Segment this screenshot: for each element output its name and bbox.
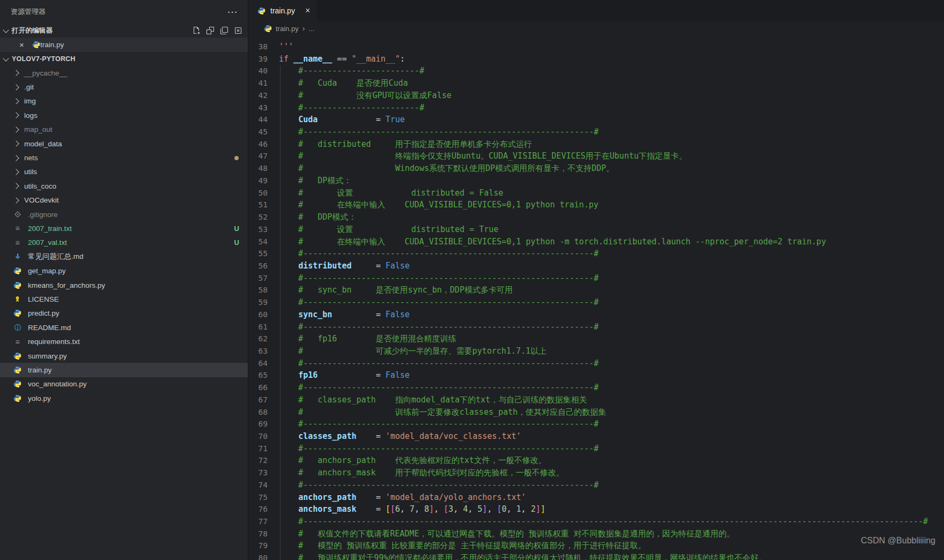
code-line-54[interactable]: 54 # 在终端中输入 CUDA_VISIBLE_DEVICES=0,1 pyt… — [248, 236, 944, 248]
code-line-66[interactable]: 66 #------------------------------------… — [248, 382, 944, 394]
code-line-47[interactable]: 47 # 终端指令仅支持Ubuntu。CUDA_VISIBLE_DEVICES用… — [248, 150, 944, 162]
folder-item-utils-coco[interactable]: utils_coco — [0, 179, 248, 193]
code-line-51[interactable]: 51 # 在终端中输入 CUDA_VISIBLE_DEVICES=0,1 pyt… — [248, 199, 944, 211]
code-line-79[interactable]: 79 # 模型的 预训练权重 比较重要的部分是 主干特征提取网络的权值部分，用于… — [248, 540, 944, 552]
line-number: 39 — [248, 53, 279, 65]
new-untitled-file-icon[interactable] — [192, 26, 201, 35]
line-number: 38 — [248, 41, 279, 53]
code-line-74[interactable]: 74 #------------------------------------… — [248, 479, 944, 491]
code-line-56[interactable]: 56 distributed = False — [248, 260, 944, 272]
code-line-62[interactable]: 62 # fp16 是否使用混合精度训练 — [248, 333, 944, 345]
item-label: get_map.py — [28, 267, 66, 275]
file-item-kmeans-for-anchors-py[interactable]: kmeans_for_anchors.py — [0, 278, 248, 292]
file-item-summary-py[interactable]: summary.py — [0, 349, 248, 363]
code-line-61[interactable]: 61 #------------------------------------… — [248, 321, 944, 333]
folder-item-logs[interactable]: logs — [0, 108, 248, 122]
code-line-43[interactable]: 43 #------------------------# — [248, 102, 944, 114]
code-text: # 训练前一定要修改classes_path，使其对应自己的数据集 — [279, 406, 606, 419]
code-line-53[interactable]: 53 # 设置 distributed = True — [248, 223, 944, 236]
code-line-69[interactable]: 69 #------------------------------------… — [248, 418, 944, 430]
code-line-39[interactable]: 39if __name__ == "__main__": — [248, 53, 944, 65]
item-label: train.py — [28, 366, 51, 374]
close-all-editors-icon[interactable] — [234, 26, 242, 35]
breadcrumb-file[interactable]: train.py — [276, 25, 299, 33]
code-line-41[interactable]: 41 # Cuda 是否使用Cuda — [248, 77, 944, 89]
code-line-76[interactable]: 76 anchors_mask = [[6, 7, 8], [3, 4, 5],… — [248, 503, 944, 516]
readme-info-icon — [13, 324, 22, 331]
code-line-78[interactable]: 78 # 权值文件的下载请看README，可以通过网盘下载。模型的 预训练权重 … — [248, 528, 944, 540]
code-line-38[interactable]: 38''' — [248, 41, 944, 53]
code-line-52[interactable]: 52 # DDP模式： — [248, 211, 944, 223]
code-line-64[interactable]: 64 #------------------------------------… — [248, 357, 944, 370]
code-line-44[interactable]: 44 Cuda = True — [248, 114, 944, 126]
code-line-59[interactable]: 59 #------------------------------------… — [248, 296, 944, 309]
code-line-68[interactable]: 68 # 训练前一定要修改classes_path，使其对应自己的数据集 — [248, 406, 944, 419]
code-line-73[interactable]: 73 # anchors_mask 用于帮助代码找到对应的先验框，一般不修改。 — [248, 467, 944, 479]
code-text: # classes_path 指向model_data下的txt，与自己训练的数… — [279, 394, 592, 406]
item-label: voc_annotation.py — [28, 380, 87, 388]
folder-item-nets[interactable]: nets — [0, 151, 248, 165]
code-text: #---------------------------------------… — [279, 248, 599, 260]
code-line-48[interactable]: 48 # Windows系统下默认使用DP模式调用所有显卡，不支持DDP。 — [248, 162, 944, 175]
code-line-57[interactable]: 57 #------------------------------------… — [248, 272, 944, 285]
code-line-67[interactable]: 67 # classes_path 指向model_data下的txt，与自己训… — [248, 394, 944, 406]
breadcrumb[interactable]: train.py › ... — [248, 21, 944, 35]
file-item-yolo-py[interactable]: yolo.py — [0, 391, 248, 405]
file-item-voc-annotation-py[interactable]: voc_annotation.py — [0, 377, 248, 391]
file-item-train-py[interactable]: train.py — [0, 363, 248, 377]
code-line-50[interactable]: 50 # 设置 distributed = False — [248, 187, 944, 199]
save-all-icon[interactable] — [220, 26, 228, 35]
code-editor[interactable]: 38'''39if __name__ == "__main__":40 #---… — [248, 35, 944, 560]
folder-item-git[interactable]: .git — [0, 80, 248, 94]
close-icon[interactable]: × — [305, 6, 310, 16]
code-line-60[interactable]: 60 sync_bn = False — [248, 309, 944, 321]
code-line-71[interactable]: 71 #------------------------------------… — [248, 443, 944, 455]
python-icon — [13, 267, 22, 275]
file-item-readme-md[interactable]: README.md — [0, 320, 248, 334]
code-line-70[interactable]: 70 classes_path = 'model_data/voc_classe… — [248, 430, 944, 443]
more-actions-icon[interactable]: ··· — [228, 8, 239, 17]
code-line-63[interactable]: 63 # 可减少约一半的显存、需要pytorch1.7.1以上 — [248, 345, 944, 357]
line-number: 68 — [248, 406, 279, 419]
item-label: __pycache__ — [24, 69, 67, 77]
folder-item-pycache[interactable]: __pycache__ — [0, 66, 248, 80]
code-line-65[interactable]: 65 fp16 = False — [248, 369, 944, 382]
code-line-45[interactable]: 45 #------------------------------------… — [248, 126, 944, 138]
file-item-2007-val-txt[interactable]: ≡2007_val.txtU — [0, 236, 248, 250]
tab-train-py[interactable]: train.py × — [248, 0, 318, 21]
file-item-2007-train-txt[interactable]: ≡2007_train.txtU — [0, 221, 248, 235]
file-item-gitignore[interactable]: .gitignore — [0, 207, 248, 221]
python-icon — [13, 366, 22, 374]
code-line-77[interactable]: 77 #------------------------------------… — [248, 516, 944, 528]
code-line-80[interactable]: 80 # 预训练权重对于99%的情况都必须要用，不用的话主干部分的权值太过随机，… — [248, 552, 944, 560]
explorer-title-row: 资源管理器 ··· — [0, 0, 248, 24]
code-line-72[interactable]: 72 # anchors_path 代表先验框对应的txt文件，一般不修改。 — [248, 454, 944, 467]
breadcrumb-more[interactable]: ... — [308, 25, 314, 33]
code-line-40[interactable]: 40 #------------------------# — [248, 65, 944, 77]
code-line-42[interactable]: 42 # 没有GPU可以设置成False — [248, 89, 944, 102]
file-item-get-map-py[interactable]: get_map.py — [0, 264, 248, 278]
project-root-header[interactable]: YOLOV7-PYTORCH — [0, 52, 248, 66]
file-item-requirements-txt[interactable]: ≡requirements.txt — [0, 334, 248, 348]
close-icon[interactable]: × — [19, 40, 32, 49]
folder-item-vocdevkit[interactable]: VOCdevkit — [0, 193, 248, 207]
file-item-predict-py[interactable]: predict.py — [0, 307, 248, 320]
file-item-license[interactable]: LICENSE — [0, 292, 248, 306]
code-line-75[interactable]: 75 anchors_path = 'model_data/yolo_ancho… — [248, 491, 944, 504]
toggle-editor-layout-icon[interactable] — [206, 26, 215, 35]
folder-item-img[interactable]: img — [0, 94, 248, 108]
code-line-49[interactable]: 49 # DP模式： — [248, 175, 944, 187]
folder-item-utils[interactable]: utils — [0, 165, 248, 179]
open-editors-header[interactable]: 打开的编辑器 — [0, 24, 248, 38]
code-line-58[interactable]: 58 # sync_bn 是否使用sync_bn，DDP模式多卡可用 — [248, 284, 944, 296]
chevron-right-icon — [12, 99, 20, 103]
open-editor-item-train-py[interactable]: × train.py — [0, 38, 248, 52]
code-line-55[interactable]: 55 #------------------------------------… — [248, 248, 944, 260]
python-file-icon — [264, 25, 272, 33]
code-line-46[interactable]: 46 # distributed 用于指定是否使用单机多卡分布式运行 — [248, 138, 944, 151]
folder-item-model-data[interactable]: model_data — [0, 137, 248, 151]
file-item-md[interactable]: 常见问题汇总.md — [0, 250, 248, 264]
folder-item-map-out[interactable]: map_out — [0, 123, 248, 137]
chevron-right-icon — [12, 141, 20, 146]
line-number: 64 — [248, 357, 279, 370]
